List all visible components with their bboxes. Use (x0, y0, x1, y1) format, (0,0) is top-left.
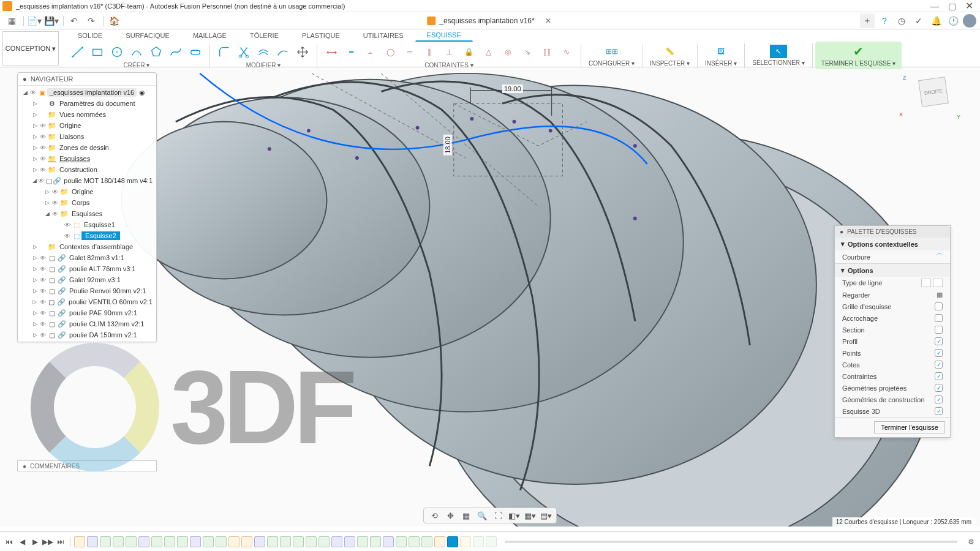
arc-tool-icon[interactable] (129, 44, 145, 60)
tree-component[interactable]: ▷👁▢🔗poulie VENTILO 60mm v2:1 (18, 296, 156, 307)
tab-solid[interactable]: SOLIDE (66, 29, 114, 42)
palette-finish-button[interactable]: Terminer l'esquisse (874, 421, 945, 433)
palette-projected[interactable]: Géométries projetées (835, 382, 950, 394)
timeline-feature[interactable] (396, 536, 407, 547)
timeline-feature[interactable] (306, 536, 317, 547)
palette-curvature[interactable]: Courbure⌒ (835, 250, 950, 263)
timeline-feature[interactable] (216, 536, 227, 547)
close-button[interactable]: ✕ (960, 0, 978, 12)
vertical-constraint-icon[interactable]: ⫠ (363, 44, 379, 60)
palette-constraints[interactable]: Contraintes (835, 370, 950, 382)
timeline-feature[interactable] (254, 536, 265, 547)
tree-item[interactable]: ▷👁📁Esquisses (18, 153, 156, 164)
line-tool-icon[interactable] (70, 44, 86, 60)
timeline-feature[interactable] (331, 536, 342, 547)
timeline-feature[interactable] (113, 536, 124, 547)
tab-plastic[interactable]: PLASTIQUE (290, 29, 352, 42)
timeline-feature[interactable] (421, 536, 432, 547)
maximize-button[interactable]: ▢ (943, 0, 960, 12)
dimension-1[interactable]: 19.00 (502, 84, 523, 93)
insert-dropdown[interactable]: 🖼 INSÉRER ▾ (700, 44, 742, 67)
tree-item[interactable]: ▷👁📁Zones de dessin (18, 142, 156, 153)
tab-close-icon[interactable]: ✕ (543, 16, 553, 26)
timeline-play-icon[interactable]: ▶ (29, 536, 40, 547)
timeline-slider[interactable] (505, 541, 957, 543)
polygon-tool-icon[interactable] (148, 44, 164, 60)
curvature-constraint-icon[interactable]: ∿ (559, 44, 575, 60)
equal-constraint-icon[interactable]: ═ (402, 44, 418, 60)
timeline-feature[interactable] (357, 536, 368, 547)
comments-bar[interactable]: ●COMMENTAIRES (17, 460, 157, 471)
minimize-button[interactable]: ― (926, 0, 943, 12)
inspect-dropdown[interactable]: 📏 INSPECTER ▾ (645, 44, 695, 67)
tree-component[interactable]: ▷👁▢🔗poulie DA 150mm v2:1 (18, 329, 156, 340)
tree-item[interactable]: ▷👁📁Origine (18, 120, 156, 131)
display-style-icon[interactable]: ◧▾ (507, 510, 521, 521)
palette-section-view[interactable]: Section (835, 324, 950, 335)
timeline-feature[interactable] (267, 536, 278, 547)
timeline-feature[interactable] (370, 536, 381, 547)
timeline-feature[interactable] (138, 536, 149, 547)
palette-header[interactable]: ●PALETTE D'ESQUISSES (835, 226, 950, 238)
tab-sheet-metal[interactable]: TÔLERIE (238, 29, 290, 42)
timeline-settings-icon[interactable]: ⚙ (965, 536, 976, 547)
spline-tool-icon[interactable] (168, 44, 184, 60)
tree-component[interactable]: ▷👁▢🔗Galet 92mm v3:1 (18, 274, 156, 285)
tree-component[interactable]: ▷👁▢🔗poulie ALT 76mm v3:1 (18, 263, 156, 274)
timeline-end-icon[interactable]: ⏭ (55, 536, 66, 547)
timeline-feature[interactable] (280, 536, 291, 547)
tab-utilities[interactable]: UTILITAIRES (352, 29, 415, 42)
circle-tool-icon[interactable] (109, 44, 125, 60)
grid-apps-icon[interactable]: ▦ (4, 14, 20, 28)
midpoint-constraint-icon[interactable]: △ (480, 44, 496, 60)
tree-item[interactable]: ▷👁📁Origine (18, 186, 156, 197)
timeline-feature[interactable] (434, 536, 445, 547)
dimension-2[interactable]: 18.00 (443, 135, 452, 156)
orbit-icon[interactable]: ⟲ (428, 510, 441, 521)
dimension-tool-icon[interactable]: ⟷ (323, 44, 339, 60)
viewport-layout-icon[interactable]: ▤▾ (539, 510, 552, 521)
slot-tool-icon[interactable] (187, 44, 203, 60)
grid-settings-icon[interactable]: ▦▾ (523, 510, 537, 521)
palette-profile[interactable]: Profil (835, 335, 950, 347)
constraints-group-label[interactable]: CONTRAINTES ▾ (424, 62, 473, 69)
palette-snap[interactable]: Accrochage (835, 312, 950, 324)
tree-sketch[interactable]: 👁⬚Esquisse1 (18, 219, 156, 230)
save-icon[interactable]: 💾▾ (43, 14, 59, 28)
offset-tool-icon[interactable] (255, 44, 271, 60)
tree-item[interactable]: ▷📁Vues nommées (18, 109, 156, 120)
timeline-feature[interactable] (409, 536, 420, 547)
tree-component[interactable]: ▷👁▢🔗Poulie Renvoi 90mm v2:1 (18, 285, 156, 296)
timeline-feature[interactable] (87, 536, 98, 547)
timeline-feature[interactable] (190, 536, 201, 547)
tree-component[interactable]: ◢👁▢🔗poulie MOT 180/148 mm v4:1 (18, 175, 156, 186)
help-icon[interactable]: ? (877, 13, 892, 28)
user-avatar[interactable] (963, 14, 976, 28)
view-cube[interactable]: Z DROITE X Y (920, 78, 957, 115)
concentric-constraint-icon[interactable]: ◎ (500, 44, 516, 60)
tree-item[interactable]: ▷⚙Paramètres du document (18, 98, 156, 109)
timeline-feature[interactable] (177, 536, 188, 547)
palette-dimensions[interactable]: Cotes (835, 359, 950, 370)
timeline-feature[interactable] (318, 536, 330, 547)
document-tab[interactable]: _esquisses implantation v16* ✕ (427, 16, 552, 26)
tangent-constraint-icon[interactable]: ◯ (382, 44, 398, 60)
parallel-constraint-icon[interactable]: ∥ (421, 44, 437, 60)
timeline-feature[interactable] (203, 536, 214, 547)
modify-group-label[interactable]: MODIFIER ▾ (246, 62, 281, 69)
tree-component[interactable]: ▷👁▢🔗Galet 82mm3 v1:1 (18, 252, 156, 263)
job-status-icon[interactable]: ✓ (911, 13, 926, 28)
timeline-feature[interactable] (228, 536, 239, 547)
tree-root[interactable]: ◢👁▣_esquisses implantation v16◉ (18, 87, 156, 98)
timeline-feature[interactable] (241, 536, 252, 547)
timeline-feature[interactable] (486, 536, 497, 547)
timeline-feature[interactable] (74, 536, 85, 547)
rectangle-tool-icon[interactable] (89, 44, 105, 60)
palette-section-options[interactable]: ▾Options (835, 264, 950, 277)
timeline-feature[interactable] (293, 536, 304, 547)
tree-sketch-active[interactable]: 👁⬚Esquisse2 (18, 230, 156, 241)
workspace-dropdown[interactable]: CONCEPTION ▾ (2, 31, 59, 66)
tab-surface[interactable]: SURFACIQUE (114, 29, 181, 42)
timeline-feature[interactable] (100, 536, 111, 547)
zoom-icon[interactable]: 🔍 (475, 510, 489, 521)
